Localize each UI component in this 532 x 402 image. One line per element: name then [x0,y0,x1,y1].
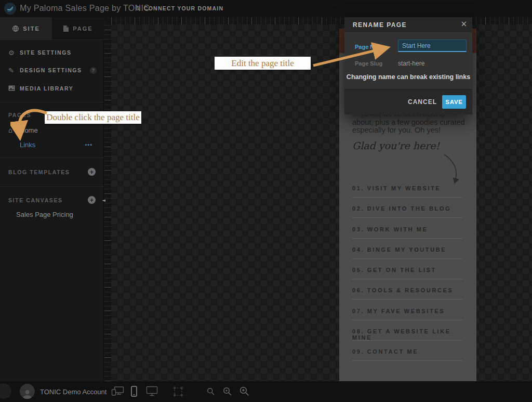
divider [0,102,104,102]
modal-header: RENAME PAGE × [344,17,472,32]
site-canvases-header: SITE CANVASES [8,197,63,203]
top-bar: My Paloma Sales Page by TONIC ⚙ CONNECT … [0,0,532,17]
site-title: My Paloma Sales Page by TONIC [20,4,150,13]
add-blog-template-button[interactable]: + [88,168,96,176]
close-icon[interactable]: × [460,19,467,29]
globe-icon [12,25,19,32]
desktop-view-button[interactable] [146,386,158,398]
preview-link[interactable]: 07. MY FAVE WEBSITES [352,307,463,327]
page-slug-label: Page Slug [355,60,382,67]
divider [0,158,104,158]
responsive-view-button[interactable] [111,386,124,398]
pages-section-header: PAGES [8,112,31,118]
modal-title: RENAME PAGE [353,21,407,29]
canvas-bounds-button[interactable] [172,386,184,399]
person-icon [22,389,33,399]
phone-icon [131,386,137,397]
app-window: anything we've been talking about, plus … [0,0,532,402]
zoom-in-button[interactable] [240,386,249,398]
connect-domain-button[interactable]: ⚙ CONNECT YOUR DOMAIN [135,5,223,12]
corner-decoration [0,383,11,399]
site-canvas-item[interactable]: Sales Page Pricing [16,211,73,218]
modal-footer: CANCEL SAVE [344,89,472,114]
annotation-double-click-title: Double click the page title [45,111,141,124]
account-name: TONIC Demo Account [40,388,107,396]
avatar[interactable] [20,384,35,399]
help-icon[interactable]: ? [90,67,97,74]
sidebar-item-site-settings[interactable]: ⚙ SITE SETTINGS [0,46,104,59]
bottom-bar: TONIC Demo Account [0,381,532,402]
vertical-ruler [104,24,111,381]
zoom-reset-icon [223,387,232,396]
tab-page[interactable]: PAGE [52,17,104,40]
zoom-in-icon [240,386,249,396]
blog-templates-header: BLOG TEMPLATES [8,169,70,175]
preview-link[interactable]: 03. WORK WITH ME [352,225,463,245]
page-options-icon[interactable]: ••• [85,141,92,148]
preview-link[interactable]: 06. TOOLS & RESOURCES [352,286,463,306]
preview-link[interactable]: 01. VISIT MY WEBSITE [352,184,463,204]
curved-down-arrow-icon [439,152,466,187]
divider [0,186,104,187]
preview-greeting: Glad you're here! [352,140,440,151]
pencil-icon: ✎ [8,67,20,74]
preview-link[interactable]: 02. DIVE INTO THE BLOG [352,204,463,225]
gear-icon: ⚙ [8,49,20,57]
image-icon [8,85,20,93]
rename-page-modal: RENAME PAGE × Page Name Page Slug start-… [344,17,472,114]
sidebar-page-home[interactable]: ⌂ Home [0,125,104,135]
cancel-button[interactable]: CANCEL [408,98,437,106]
page-name-label: Page Name [355,44,385,50]
monitor-icon [146,386,158,396]
rename-warning: Changing name can break existing links [344,73,472,81]
save-button[interactable]: SAVE [442,95,466,109]
sidebar-page-links[interactable]: Links ••• [0,140,104,149]
connect-domain-label: CONNECT YOUR DOMAIN [144,5,223,11]
tab-page-label: PAGE [73,25,92,32]
sidebar-tabs: SITE PAGE [0,17,104,40]
sidebar: SITE PAGE ⚙ SITE SETTINGS ✎ DESIGN SETTI… [0,17,104,381]
annotation-edit-page-title: Edit the page title [215,57,311,70]
mobile-view-button[interactable] [131,386,137,399]
preview-link[interactable]: 05. GET ON THE LIST [352,266,463,286]
tab-site-label: SITE [23,25,39,32]
page-icon [63,25,69,32]
preview-link[interactable]: 04. BINGE MY YOUTUBE [352,245,463,266]
preview-link[interactable]: 09. CONTACT ME [352,347,463,368]
preview-link[interactable]: 08. GET A WEBSITE LIKE MINE [352,327,463,347]
preview-link-list: 01. VISIT MY WEBSITE 02. DIVE INTO THE B… [352,184,463,368]
zoom-out-icon [207,387,215,396]
paragraph-line: especially for you. Oh yes! [352,126,469,135]
crop-grid-icon [172,386,184,397]
add-site-canvas-button[interactable]: + [88,196,96,204]
tonic-logo-icon[interactable] [4,3,16,15]
tab-site[interactable]: SITE [0,17,52,40]
paragraph-line: about, plus a few goodies curated [352,119,469,127]
gear-icon: ⚙ [135,5,141,12]
page-slug-value: start-here [398,60,424,67]
house-icon: ⌂ [8,126,20,134]
zoom-reset-button[interactable] [223,387,232,398]
sidebar-item-media-library[interactable]: MEDIA LIBRARY [0,82,104,95]
collapse-sidebar-icon[interactable]: ◄ [102,198,105,203]
devices-icon [111,386,124,396]
sidebar-item-design-settings[interactable]: ✎ DESIGN SETTINGS ? [0,63,104,77]
page-name-input[interactable] [398,40,467,52]
zoom-out-button[interactable] [207,387,215,398]
